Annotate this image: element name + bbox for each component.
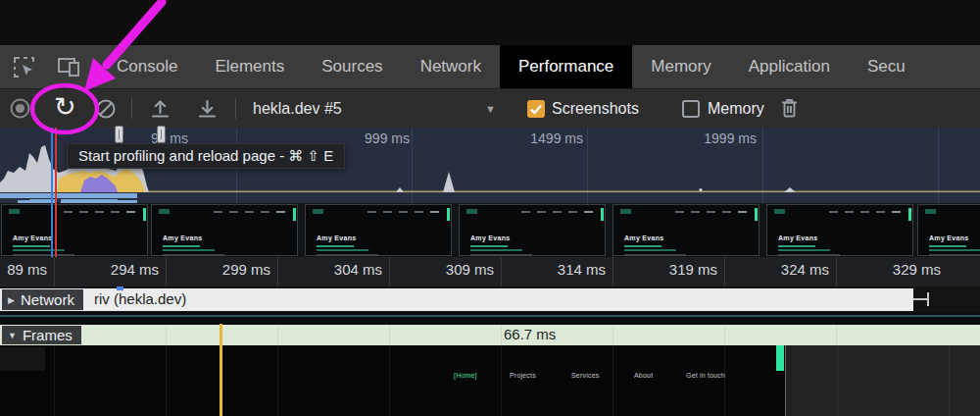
preview-nav-home: [Home] xyxy=(454,372,477,379)
toolbar-separator xyxy=(131,98,132,119)
clear-button[interactable] xyxy=(95,89,117,128)
timeline-cursor-red xyxy=(55,128,57,257)
block-icon xyxy=(95,98,117,120)
time-label: 309 ms xyxy=(433,261,494,278)
time-label: 324 ms xyxy=(768,261,829,278)
memory-toggle[interactable]: Memory xyxy=(682,89,764,128)
site-logo xyxy=(925,209,936,214)
filmstrip-thumbnail[interactable]: Amy Evans xyxy=(459,204,606,256)
performance-toolbar: ↻ he xyxy=(0,89,980,128)
network-request-end-tick xyxy=(927,292,929,306)
check-icon xyxy=(527,100,545,118)
toolbar-separator xyxy=(235,98,236,119)
memory-checkbox[interactable] xyxy=(682,100,700,118)
tab-network[interactable]: Network xyxy=(402,45,500,88)
thumb-accent-bar xyxy=(601,208,604,221)
record-icon xyxy=(9,97,31,120)
chevron-right-icon: ▶ xyxy=(8,295,15,305)
save-profile-button[interactable] xyxy=(196,89,219,128)
filmstrip: Amy Evans Amy Evans Amy Evans Amy Evans xyxy=(0,203,980,257)
thumb-title: Amy Evans xyxy=(13,234,52,241)
chevron-down-icon: ▼ xyxy=(485,103,496,115)
filmstrip-thumbnail[interactable]: Amy Evans xyxy=(1,204,148,256)
tab-application[interactable]: Application xyxy=(730,45,849,88)
frames-track-header[interactable]: ▼ Frames xyxy=(2,326,81,344)
tab-sources[interactable]: Sources xyxy=(303,45,401,88)
preview-nav-services: Services xyxy=(571,372,599,379)
thumb-accent-bar xyxy=(447,208,450,221)
filmstrip-thumbnail[interactable]: Amy Evans xyxy=(766,204,913,256)
thumb-title: Amy Evans xyxy=(624,234,663,241)
network-track-header[interactable]: ▶ Network xyxy=(2,289,83,310)
site-logo xyxy=(313,209,323,214)
record-button[interactable] xyxy=(9,89,31,128)
screenshots-toggle[interactable]: Screenshots xyxy=(527,89,639,128)
network-marker xyxy=(117,286,123,290)
network-track-label: Network xyxy=(21,291,74,308)
memory-label: Memory xyxy=(708,100,764,118)
thumb-title: Amy Evans xyxy=(778,234,817,241)
teal-marker xyxy=(776,345,784,371)
site-logo xyxy=(159,209,170,214)
thumb-title: Amy Evans xyxy=(929,234,968,241)
right-empty-region xyxy=(786,345,980,416)
preview-nav-projects: Projects xyxy=(510,372,536,379)
time-label: 89 ms xyxy=(0,261,47,278)
thumb-nav-dashes xyxy=(64,211,135,213)
thumb-title: Amy Evans xyxy=(470,234,510,241)
download-icon xyxy=(196,97,219,120)
thumb-accent-bar xyxy=(293,208,296,221)
thumb-nav-dashes xyxy=(829,211,901,213)
reload-button-tooltip: Start profiling and reload page - ⌘ ⇧ E xyxy=(67,143,345,169)
inspect-element-icon[interactable] xyxy=(13,56,35,78)
frame-boundary-line xyxy=(220,324,222,416)
timeline-overview[interactable]: 99 ms 999 ms 1499 ms 1999 ms xyxy=(0,128,980,203)
trash-icon xyxy=(779,97,800,120)
filmstrip-thumbnail[interactable]: Amy Evans xyxy=(151,204,298,256)
filmstrip-thumbnail[interactable]: Amy Evans xyxy=(612,204,760,256)
load-profile-button[interactable] xyxy=(149,89,172,128)
thumb-nav-dashes xyxy=(214,211,285,213)
frames-track: ▼ Frames 66.7 ms xyxy=(0,325,980,345)
devtools-tab-bar: Console Elements Sources Network Perform… xyxy=(0,45,980,89)
filmstrip-thumbnail[interactable]: Amy Evans xyxy=(917,204,980,256)
thumb-title: Amy Evans xyxy=(317,234,356,241)
thumb-nav-dashes xyxy=(675,211,747,213)
device-toolbar-icon[interactable] xyxy=(57,56,82,78)
thumb-accent-bar xyxy=(143,208,146,221)
tab-console[interactable]: Console xyxy=(98,45,196,88)
chevron-down-icon: ▼ xyxy=(8,331,17,340)
session-label: hekla.dev #5 xyxy=(253,100,342,118)
detail-time-ruler: 89 ms 294 ms 299 ms 304 ms 309 ms 314 ms… xyxy=(0,257,980,286)
range-handle-right[interactable] xyxy=(157,126,166,143)
divider-line xyxy=(0,315,980,317)
tab-elements[interactable]: Elements xyxy=(196,45,303,88)
history-dropdown[interactable]: hekla.dev #5 ▼ xyxy=(253,89,496,128)
reload-icon: ↻ xyxy=(54,93,76,120)
screenshots-checkbox[interactable] xyxy=(527,100,545,118)
tab-performance[interactable]: Performance xyxy=(500,45,632,88)
thumb-nav-dashes xyxy=(368,211,439,213)
site-logo xyxy=(9,209,20,214)
thumb-title: Amy Evans xyxy=(163,234,202,241)
reload-profile-button[interactable]: ↻ xyxy=(54,89,76,128)
thumb-accent-bar xyxy=(755,208,758,221)
preview-nav-about: About xyxy=(634,372,653,379)
time-label: 294 ms xyxy=(98,261,159,278)
track-divider xyxy=(0,312,980,325)
trash-button[interactable] xyxy=(779,89,800,128)
filmstrip-thumbnail[interactable]: Amy Evans xyxy=(305,204,452,256)
network-request-label: riv (hekla.dev) xyxy=(94,290,186,307)
tab-security[interactable]: Secu xyxy=(849,45,924,88)
network-request-bar[interactable]: riv (hekla.dev) xyxy=(0,288,913,311)
time-label: 329 ms xyxy=(880,261,941,278)
frames-track-label: Frames xyxy=(23,327,73,343)
devtools-window: Console Elements Sources Network Perform… xyxy=(0,0,980,416)
time-label: 304 ms xyxy=(321,261,382,278)
time-label: 319 ms xyxy=(657,261,717,278)
tab-bar-icons xyxy=(0,45,98,88)
screenshots-label: Screenshots xyxy=(552,100,639,118)
range-handle-left[interactable] xyxy=(115,126,123,143)
thumb-accent-bar xyxy=(908,208,911,221)
tab-memory[interactable]: Memory xyxy=(632,45,729,88)
